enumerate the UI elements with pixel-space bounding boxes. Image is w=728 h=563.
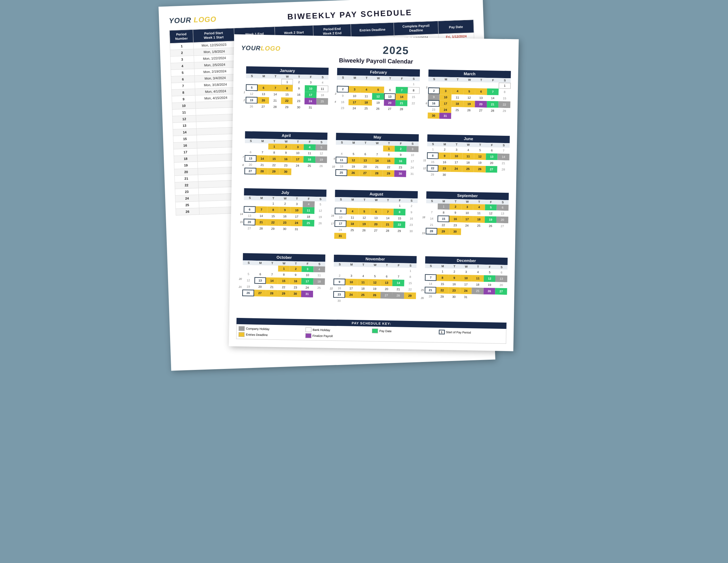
dow-label: W (280, 139, 292, 144)
cal-day: 7 (269, 84, 281, 91)
calendar-grid: 12JanuarySMTWTFS123456789101112131415161… (237, 66, 511, 319)
bank-label: Bank Holiday (313, 328, 330, 332)
period-row-label: 4 (331, 98, 337, 106)
cal-day: 14 (382, 215, 394, 221)
cal-day: 21 (426, 222, 437, 228)
month-november: NovemberSMTWTFS1234567891011121314151617… (333, 255, 417, 318)
cal-day: 8 (281, 85, 293, 92)
dow-label: S (246, 73, 258, 78)
col-period: PeriodNumber (169, 29, 193, 43)
cal-day: 25 (473, 222, 485, 229)
cal-day: 12 (315, 150, 327, 157)
cal-day: 17 (305, 92, 317, 98)
cal-day: 1 (281, 79, 293, 85)
cal-day: 17 (348, 99, 360, 106)
period-row-label (419, 302, 424, 310)
dow-label: T (474, 142, 486, 147)
cal-day (393, 267, 405, 274)
cal-day (404, 299, 416, 305)
cal-day: 9 (290, 272, 301, 278)
dow-label: M (345, 262, 357, 267)
cal-day: 10 (461, 210, 473, 216)
table-cell: 11 (172, 109, 196, 116)
cal-day: 22 (278, 284, 290, 291)
cal-day: 2 (406, 203, 418, 209)
cal-day (357, 267, 369, 273)
cal-day: 30 (333, 298, 345, 304)
cal-day: 20 (381, 286, 392, 292)
dow-label: F (303, 196, 315, 201)
col-complete: Complete PayrollDeadline (393, 21, 438, 35)
cal-day: 9 (448, 274, 460, 282)
cal-day: 19 (314, 214, 326, 220)
cal-day: 3 (407, 146, 419, 152)
period-row-label: 21 (237, 283, 242, 291)
pay-label: Pay Date (379, 329, 391, 333)
cal-day: 20 (496, 216, 508, 223)
dow-label: T (290, 261, 302, 266)
days-grid: 1234567891011121314151617181920212223242… (426, 203, 509, 236)
period-row-label (238, 234, 243, 242)
cal-day: 30 (428, 113, 439, 119)
cal-day: 16 (449, 215, 461, 222)
cal-day: 14 (371, 157, 383, 164)
month-april: AprilSMTWTFS1234567891011121314151617181… (244, 131, 328, 186)
cal-day (440, 81, 452, 88)
cal-day: 19 (347, 164, 359, 170)
cal-day (347, 202, 359, 208)
period-start-swatch: 1 (439, 330, 445, 335)
dow-label: M (437, 263, 449, 268)
cal-day: 26 (474, 165, 486, 172)
cal-day: 15 (427, 159, 439, 165)
table-cell: 3 (170, 56, 194, 63)
dow-label: S (499, 78, 511, 83)
cal-day: 28 (256, 168, 268, 175)
cal-day: 2 (279, 201, 291, 207)
month-december: DecemberSMTWTFS1234567891011121314151617… (424, 256, 508, 319)
days-grid: 1234567891011121314151617181920212223242… (336, 145, 419, 177)
finalize-label: Finalize Payroll (312, 334, 333, 338)
cal-day: 6 (245, 149, 256, 155)
cal-day: 6 (257, 84, 269, 91)
legend-period-start: 1 Start of Pay Period (439, 330, 504, 336)
period-row-label (328, 276, 334, 285)
cal-day: 27 (257, 104, 269, 110)
period-row-label (239, 169, 244, 177)
period-row-label (328, 268, 334, 276)
cal-day: 10 (345, 279, 357, 286)
cal-day: 7 (266, 271, 278, 277)
cal-day: 13 (486, 153, 498, 160)
cal-day (316, 105, 328, 111)
cal-day: 12 (372, 93, 384, 100)
cal-day: 29 (427, 171, 438, 178)
period-row-label (331, 147, 336, 155)
cal-day (472, 294, 483, 301)
cal-day: 1 (438, 203, 450, 210)
cal-day: 29 (498, 108, 510, 114)
cal-day: 11 (451, 94, 463, 101)
cal-day: 31 (334, 233, 346, 239)
cal-day: 30 (293, 104, 304, 111)
cal-day: 18 (316, 92, 328, 98)
dow-label: T (291, 196, 303, 201)
cal-day (450, 172, 462, 178)
cal-day: 14 (269, 91, 281, 97)
cal-day: 12 (474, 153, 486, 160)
cal-day: 17 (439, 100, 451, 107)
cal-day: 24 (292, 163, 303, 169)
legend-finalize: Finalize Payroll (305, 333, 371, 339)
cal-day (426, 203, 438, 210)
cal-day: 26 (315, 163, 327, 169)
dow-label: T (448, 264, 460, 269)
cal-day: 1 (394, 203, 406, 209)
period-row-label: 12 (421, 164, 427, 172)
dow-label: F (484, 264, 496, 269)
dow-label: S (313, 261, 325, 266)
days-grid: 1234567891011121314151617181920212223242… (425, 268, 508, 301)
table-cell: 1 (170, 42, 193, 50)
cal-day: 27 (243, 225, 255, 231)
cal-day: 25 (346, 227, 358, 233)
cal-day (336, 145, 348, 151)
dow-label: M (256, 196, 268, 201)
cal-day: 18 (451, 100, 463, 107)
